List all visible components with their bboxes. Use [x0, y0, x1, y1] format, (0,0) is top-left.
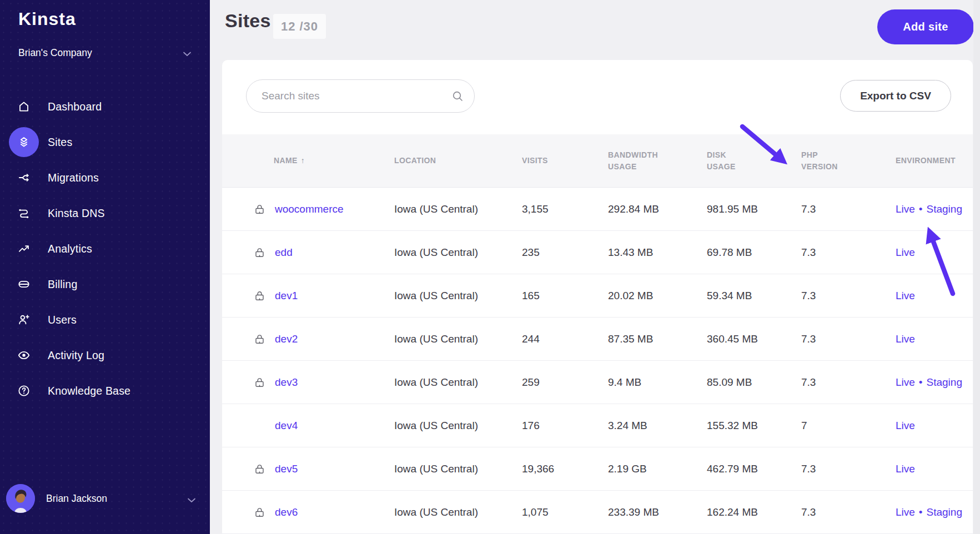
sidebar-item-analytics[interactable]: Analytics — [0, 231, 210, 266]
site-name-link[interactable]: dev6 — [275, 506, 298, 518]
site-name-link[interactable]: dev5 — [275, 463, 298, 475]
column-header-location[interactable]: Location — [394, 155, 522, 167]
add-site-button[interactable]: Add site — [877, 9, 974, 44]
environment-link-staging[interactable]: Staging — [927, 376, 962, 388]
sidebar-item-kinsta-dns[interactable]: Kinsta DNS — [0, 195, 210, 231]
bandwidth-cell: 20.02 MB — [608, 290, 707, 302]
environment-cell: Live•Staging — [896, 376, 973, 389]
column-header-visits[interactable]: Visits — [522, 155, 608, 167]
sidebar-item-knowledge-base[interactable]: Knowledge Base — [0, 373, 210, 409]
table-row: woocommerce Iowa (US Central) 3,155 292.… — [222, 188, 973, 231]
page-title: Sites — [225, 10, 271, 32]
environment-link-live[interactable]: Live — [896, 333, 915, 345]
site-name-link[interactable]: dev1 — [275, 290, 298, 302]
sidebar-item-label: Users — [48, 314, 77, 326]
eye-icon — [17, 348, 31, 362]
table-header: Name↑ Location Visits BandwidthUsage Dis… — [222, 134, 973, 188]
site-name-link[interactable]: dev3 — [275, 376, 298, 389]
account-menu[interactable]: Brian Jackson — [0, 481, 210, 516]
environment-cell: Live•Staging — [896, 506, 973, 518]
sidebar-item-label: Activity Log — [48, 349, 104, 362]
bandwidth-cell: 87.35 MB — [608, 333, 707, 345]
trend-up-icon — [17, 241, 31, 256]
visits-cell: 259 — [522, 376, 608, 389]
sidebar-item-label: Migrations — [48, 172, 99, 184]
visits-cell: 235 — [522, 246, 608, 259]
column-header-name[interactable]: Name↑ — [254, 155, 394, 167]
chevron-down-icon — [181, 48, 193, 60]
sites-count-badge: 12 /30 — [273, 14, 326, 39]
site-name-link[interactable]: dev2 — [275, 333, 298, 345]
sidebar-item-label: Billing — [48, 278, 77, 291]
table-row: dev1 Iowa (US Central) 165 20.02 MB 59.3… — [222, 274, 973, 318]
avatar — [6, 484, 35, 513]
column-header-bandwidth-usage[interactable]: BandwidthUsage — [608, 149, 707, 173]
table-row: dev5 Iowa (US Central) 19,366 2.19 GB 46… — [222, 447, 973, 491]
php-version-cell: 7.3 — [801, 290, 896, 302]
lock-icon — [254, 506, 266, 518]
site-name-link[interactable]: woocommerce — [275, 203, 344, 215]
sidebar-item-migrations[interactable]: Migrations — [0, 160, 210, 195]
sort-ascending-icon: ↑ — [301, 156, 305, 165]
sidebar-item-activity-log[interactable]: Activity Log — [0, 337, 210, 373]
environment-link-live[interactable]: Live — [896, 420, 915, 431]
environment-link-live[interactable]: Live — [896, 463, 915, 475]
location-cell: Iowa (US Central) — [394, 506, 522, 518]
php-version-cell: 7.3 — [801, 376, 896, 389]
lock-icon — [254, 463, 266, 475]
disk-usage-cell: 85.09 MB — [707, 376, 801, 389]
company-switcher[interactable]: Brian's Company — [0, 41, 210, 66]
credit-card-icon — [17, 277, 31, 291]
user-plus-icon — [17, 313, 31, 327]
search-input[interactable] — [246, 79, 475, 113]
environment-separator: • — [919, 203, 923, 215]
php-version-cell: 7.3 — [801, 463, 896, 475]
disk-usage-cell: 981.95 MB — [707, 203, 801, 215]
visits-cell: 165 — [522, 290, 608, 302]
column-header-environment[interactable]: Environment — [896, 155, 973, 167]
location-cell: Iowa (US Central) — [394, 376, 522, 389]
sidebar-item-label: Kinsta DNS — [48, 207, 105, 220]
environment-link-live[interactable]: Live — [896, 290, 915, 301]
location-cell: Iowa (US Central) — [394, 463, 522, 475]
php-version-cell: 7.3 — [801, 333, 896, 345]
column-header-php-version[interactable]: PHPVersion — [801, 149, 896, 173]
site-name-link[interactable]: edd — [275, 246, 293, 259]
kinsta-logo: Kinsta — [18, 9, 76, 29]
sidebar-item-dashboard[interactable]: Dashboard — [0, 89, 210, 124]
visits-cell: 244 — [522, 333, 608, 345]
environment-link-live[interactable]: Live — [896, 506, 915, 518]
sites-layers-icon — [17, 135, 31, 149]
sidebar-item-label: Knowledge Base — [48, 385, 130, 397]
php-version-cell: 7 — [801, 420, 896, 432]
visits-cell: 3,155 — [522, 203, 608, 215]
environment-link-staging[interactable]: Staging — [927, 203, 962, 215]
environment-cell: Live — [896, 246, 973, 259]
environment-link-live[interactable]: Live — [896, 203, 915, 215]
environment-link-live[interactable]: Live — [896, 246, 915, 258]
sidebar-item-users[interactable]: Users — [0, 302, 210, 337]
php-version-cell: 7.3 — [801, 506, 896, 518]
table-row: dev3 Iowa (US Central) 259 9.4 MB 85.09 … — [222, 361, 973, 404]
export-csv-button[interactable]: Export to CSV — [840, 80, 951, 112]
column-header-disk-usage[interactable]: DiskUsage — [707, 149, 801, 173]
sidebar-item-label: Dashboard — [48, 100, 102, 113]
bandwidth-cell: 233.39 MB — [608, 506, 707, 518]
sidebar-item-billing[interactable]: Billing — [0, 266, 210, 302]
sidebar-item-sites[interactable]: Sites — [0, 124, 210, 160]
disk-usage-cell: 69.78 MB — [707, 246, 801, 259]
environment-separator: • — [919, 506, 923, 518]
bandwidth-cell: 13.43 MB — [608, 246, 707, 259]
table-row: dev4 Iowa (US Central) 176 3.24 MB 155.3… — [222, 404, 973, 447]
environment-link-staging[interactable]: Staging — [927, 506, 962, 518]
environment-cell: Live — [896, 333, 973, 345]
bandwidth-cell: 2.19 GB — [608, 463, 707, 475]
environment-link-live[interactable]: Live — [896, 376, 915, 388]
visits-cell: 19,366 — [522, 463, 608, 475]
environment-separator: • — [919, 376, 923, 388]
chevron-down-icon — [185, 494, 198, 506]
sidebar-nav: Dashboard Sites Mi — [0, 89, 210, 409]
home-icon — [17, 99, 31, 114]
site-name-link[interactable]: dev4 — [275, 420, 298, 432]
window-scrollbar-track[interactable] — [973, 0, 980, 534]
